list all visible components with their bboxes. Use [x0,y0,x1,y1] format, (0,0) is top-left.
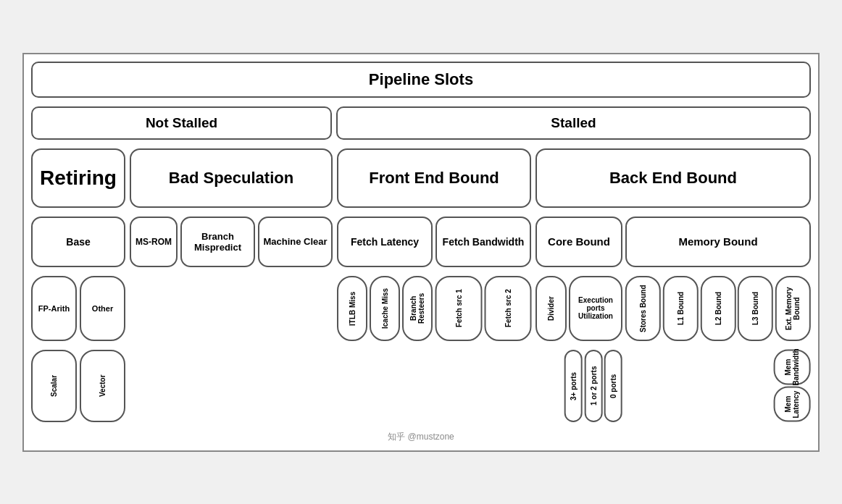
fetch-src2-cell: Fetch src 2 [485,276,532,341]
stores-bound-cell: Stores Bound [625,276,661,341]
itlb-miss-cell: ITLB Miss [337,276,367,341]
row-stalled: Not Stalled Stalled [31,106,811,140]
fetch-latency-children: ITLB Miss Icache Miss Branch Resteers [337,276,433,341]
ports-1or2-cell: 1 or 2 ports [585,350,603,422]
ext-memory-bound-cell: Ext. Memory Bound [775,276,811,341]
frontend-sub-group: Fetch Latency Fetch Bandwidth [337,217,531,267]
bad-speculation-cell: Bad Speculation [130,148,333,208]
branch-mispredict-cell: Branch Mispredict [180,217,255,267]
not-stalled-cell: Not Stalled [31,106,332,140]
ports-3plus-cell: 3+ ports [564,350,583,422]
branch-resteers-cell: Branch Resteers [402,276,433,341]
pipeline-diagram: Pipeline Slots Not Stalled Stalled Retir… [22,53,820,452]
back-end-bound-cell: Back End Bound [535,148,811,208]
memory-bound-children: Stores Bound L1 Bound L2 Bound L3 Bound … [625,276,811,341]
base-cell: Base [31,217,125,267]
row-level4: Scalar Vector 3+ ports 1 or 2 ports 0 po… [31,350,811,422]
fetch-src1-cell: Fetch src 1 [435,276,483,341]
scalar-cell: Scalar [31,350,77,422]
mem-bandwidth-cell: Mem Bandwidth [774,350,811,385]
execution-ports-cell: Execution ports Utilization [569,276,622,341]
ports-0-cell: 0 ports [604,350,622,422]
diagram-wrapper: Pipeline Slots Not Stalled Stalled Retir… [22,53,820,452]
fetch-bandwidth-cell: Fetch Bandwidth [435,217,531,267]
vector-cell: Vector [80,350,125,422]
icache-miss-cell: Icache Miss [370,276,400,341]
ext-memory-children: Mem Bandwidth Mem Latency [774,350,811,422]
divider-cell: Divider [535,276,567,341]
fetch-latency-cell: Fetch Latency [337,217,433,267]
row-sub1: Base MS-ROM Branch Mispredict Machine Cl… [31,217,811,267]
mem-latency-cell: Mem Latency [774,387,811,422]
fp-arith-cell: FP-Arith [31,276,77,341]
backend-l3-group: Divider Execution ports Utilization Stor… [535,276,811,341]
retiring-cell: Retiring [31,148,125,208]
bad-spec-sub-group: MS-ROM Branch Mispredict Machine Clear [130,217,333,267]
fp-arith-children: Scalar Vector [31,350,125,422]
memory-bound-l4: Mem Bandwidth Mem Latency [625,350,811,422]
l1-bound-cell: L1 Bound [663,276,699,341]
diagram-body: Pipeline Slots Not Stalled Stalled Retir… [31,62,811,427]
ms-rom-cell: MS-ROM [130,217,178,267]
l2-bound-cell: L2 Bound [701,276,736,341]
other-cell: Other [80,276,125,341]
core-bound-children: Divider Execution ports Utilization [535,276,622,341]
row-level3: FP-Arith Other ITLB Miss Icache Miss Bra… [31,276,811,341]
core-bound-l4: 3+ ports 1 or 2 ports 0 ports [535,350,622,422]
fetch-bandwidth-children: Fetch src 1 Fetch src 2 [435,276,531,341]
stalled-cell: Stalled [336,106,811,140]
frontend-l3-group: ITLB Miss Icache Miss Branch Resteers Fe… [337,276,531,341]
retiring-l3-group: FP-Arith Other [31,276,125,341]
watermark: 知乎 @mustzone [31,431,811,443]
front-end-bound-cell: Front End Bound [337,148,531,208]
backend-sub-group: Core Bound Memory Bound [535,217,811,267]
row-pipeline: Pipeline Slots [31,62,811,98]
row-categories: Retiring Bad Speculation Front End Bound… [31,148,811,208]
backend-l4-group: 3+ ports 1 or 2 ports 0 ports Mem Bandwi… [535,350,811,422]
l3-bound-cell: L3 Bound [738,276,773,341]
retiring-sub-group: Base [31,217,125,267]
pipeline-slots-cell: Pipeline Slots [31,62,811,98]
memory-bound-cell: Memory Bound [625,217,811,267]
core-bound-cell: Core Bound [535,217,622,267]
machine-clear-cell: Machine Clear [258,217,333,267]
memory-l4-spacer [625,350,772,422]
